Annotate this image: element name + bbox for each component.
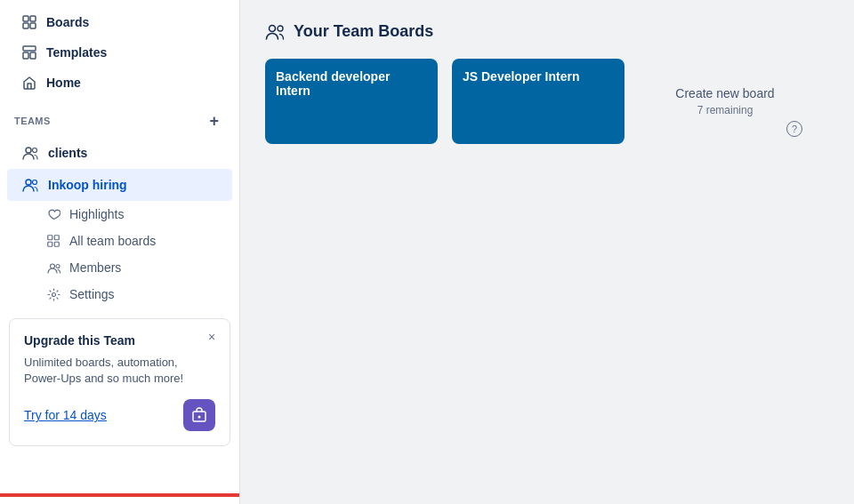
- settings-label: Settings: [69, 287, 115, 301]
- create-board-title: Create new board: [675, 86, 774, 100]
- svg-rect-4: [23, 46, 36, 51]
- svg-rect-13: [48, 242, 52, 246]
- upgrade-box: × Upgrade this Team Unlimited boards, au…: [9, 318, 230, 446]
- add-team-button[interactable]: +: [204, 110, 225, 132]
- svg-point-16: [56, 264, 60, 268]
- svg-rect-6: [30, 52, 36, 59]
- heart-icon: [46, 207, 60, 221]
- sidebar-item-home-label: Home: [46, 76, 81, 90]
- svg-rect-3: [30, 23, 36, 28]
- sidebar-sub-item-members[interactable]: Members: [7, 254, 232, 281]
- svg-point-9: [26, 180, 31, 185]
- sidebar: Boards Templates Home TEAMS +: [0, 0, 240, 504]
- upgrade-icon-button[interactable]: [183, 399, 215, 431]
- sidebar-sub-item-all-team-boards[interactable]: All team boards: [7, 228, 232, 254]
- clients-label: clients: [48, 146, 87, 160]
- svg-point-21: [278, 26, 283, 31]
- sidebar-sub-item-highlights[interactable]: Highlights: [7, 201, 232, 228]
- svg-rect-0: [23, 16, 28, 21]
- svg-rect-1: [30, 16, 36, 21]
- sidebar-item-boards-label: Boards: [46, 15, 89, 29]
- svg-point-20: [270, 26, 276, 32]
- svg-point-8: [33, 148, 37, 153]
- members-icon: [46, 260, 60, 275]
- template-icon: [21, 44, 37, 60]
- svg-rect-2: [23, 23, 28, 28]
- upgrade-close-button[interactable]: ×: [203, 328, 221, 346]
- sidebar-item-templates[interactable]: Templates: [7, 37, 232, 68]
- team-icon: [265, 21, 285, 41]
- all-team-boards-label: All team boards: [69, 234, 156, 248]
- board-small-icon: [46, 234, 60, 248]
- try-free-link[interactable]: Try for 14 days: [24, 408, 107, 422]
- members-label: Members: [69, 260, 121, 275]
- main-header: Your Team Boards: [265, 21, 829, 41]
- svg-rect-14: [54, 242, 59, 246]
- inkoop-avatar-icon: [21, 176, 39, 194]
- board-icon: [21, 14, 37, 30]
- create-board-help-button[interactable]: ?: [786, 121, 802, 137]
- sidebar-item-templates-label: Templates: [46, 45, 107, 60]
- sidebar-sub-item-settings[interactable]: Settings: [7, 281, 232, 308]
- svg-point-19: [198, 416, 201, 419]
- settings-icon: [46, 287, 60, 301]
- svg-rect-5: [23, 52, 28, 59]
- sidebar-item-home[interactable]: Home: [7, 68, 232, 98]
- inkoop-hiring-label: Inkoop hiring: [48, 178, 127, 192]
- home-icon: [21, 75, 37, 91]
- board-card-js-intern[interactable]: JS Developer Intern: [452, 59, 624, 144]
- bottom-bar: [0, 493, 239, 497]
- page-title: Your Team Boards: [294, 22, 433, 41]
- board-card-backend[interactable]: Backend developer Intern: [265, 59, 438, 144]
- teams-label: TEAMS: [14, 116, 51, 126]
- create-board-remaining: 7 remaining: [697, 104, 753, 116]
- svg-rect-11: [48, 236, 52, 240]
- highlights-label: Highlights: [69, 207, 124, 221]
- teams-header: TEAMS +: [0, 98, 239, 137]
- upgrade-title: Upgrade this Team: [24, 333, 215, 348]
- main-content: Your Team Boards Backend developer Inter…: [240, 0, 854, 504]
- sidebar-item-boards[interactable]: Boards: [7, 7, 232, 37]
- create-board-card[interactable]: Create new board 7 remaining ?: [639, 59, 811, 144]
- svg-point-10: [33, 180, 37, 185]
- svg-point-17: [52, 292, 55, 296]
- board-label-js-intern: JS Developer Intern: [463, 69, 580, 84]
- upgrade-description: Unlimited boards, automation, Power-Ups …: [24, 355, 215, 387]
- sidebar-item-inkoop-hiring[interactable]: Inkoop hiring: [7, 169, 232, 201]
- clients-avatar-icon: [21, 144, 39, 162]
- board-label-backend: Backend developer Intern: [276, 69, 427, 98]
- svg-rect-12: [54, 236, 59, 240]
- sidebar-item-clients[interactable]: clients: [7, 137, 232, 169]
- boards-grid: Backend developer Intern JS Developer In…: [265, 59, 829, 144]
- upgrade-footer: Try for 14 days: [24, 399, 215, 431]
- svg-point-15: [50, 264, 54, 268]
- svg-point-7: [26, 148, 31, 153]
